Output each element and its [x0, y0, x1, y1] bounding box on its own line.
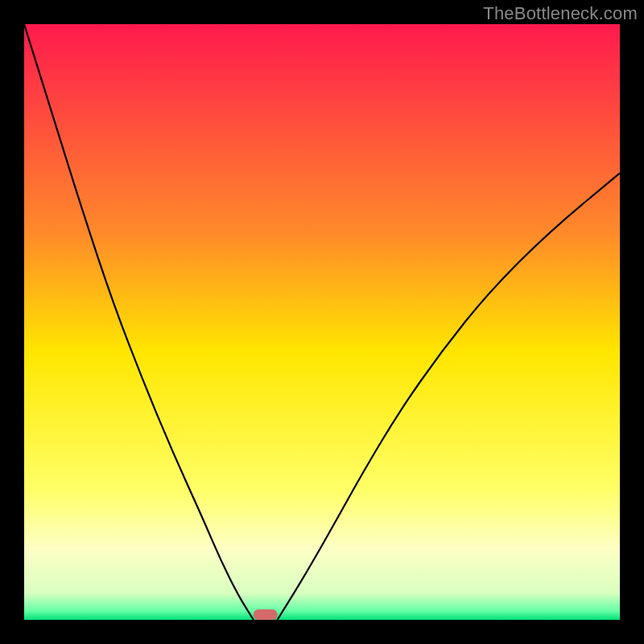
- plot-area: [24, 24, 620, 620]
- chart-svg: [24, 24, 620, 620]
- gradient-background: [24, 24, 620, 620]
- watermark-text: TheBottleneck.com: [483, 3, 638, 24]
- bottleneck-marker: [254, 609, 278, 620]
- chart-frame: TheBottleneck.com: [0, 0, 644, 644]
